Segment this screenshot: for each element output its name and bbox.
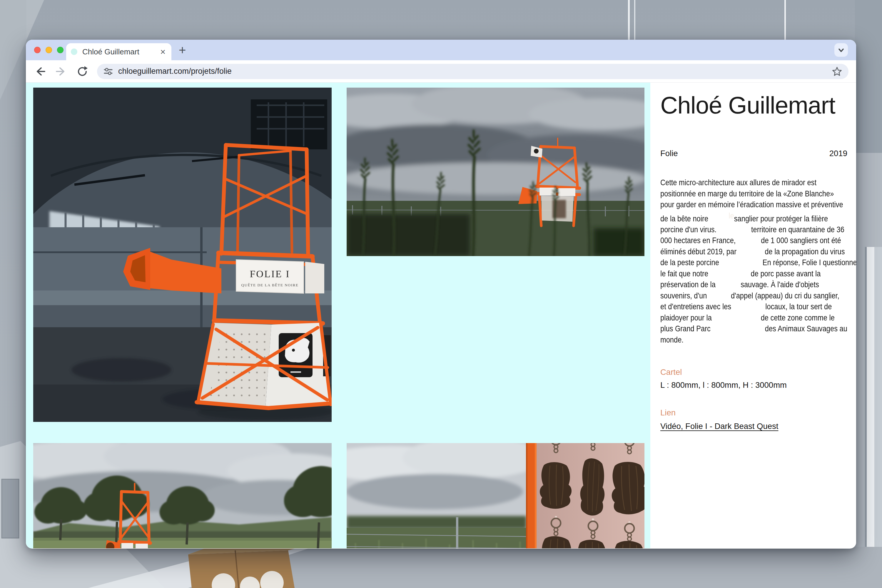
reload-button[interactable] — [76, 65, 89, 78]
description-line: souvenirs, d'und'appel (appeau) du cri d… — [660, 290, 821, 302]
description-line: éliminés début 2019, parde la propagatio… — [660, 246, 821, 257]
project-link-row: Vidéo, Folie I - Dark Beast Quest — [660, 422, 847, 431]
description-line: plus Grand Parcdes Animaux Sauvages au — [660, 323, 821, 334]
description-line: de la bête noirelesanglier pour protéger… — [660, 210, 821, 224]
tab-close-icon[interactable]: × — [159, 47, 167, 57]
tower-sign-subtitle: QUÊTE DE LA BÊTE NOIRE — [242, 283, 299, 287]
forward-arrow-icon — [55, 65, 68, 78]
site-info-icon[interactable] — [104, 67, 113, 76]
project-description: Cette micro-architecture aux allures de … — [660, 177, 847, 345]
back-arrow-icon — [33, 65, 46, 78]
browser-tab[interactable]: Chloé Guillemart × — [66, 43, 171, 60]
forward-button[interactable] — [55, 65, 68, 78]
description-line: le fait que notrede porc passe avant la — [660, 268, 821, 279]
tower-sign-title: FOLIE I — [250, 268, 290, 279]
description-line: Cette micro-architecture aux allures de … — [660, 177, 821, 188]
site-favicon-icon — [71, 48, 77, 55]
warehouse-photo-illustration: FOLIE I QUÊTE DE LA BÊTE NOIRE — [33, 88, 332, 422]
lien-label: Lien — [660, 408, 847, 417]
reload-icon — [76, 65, 89, 78]
page-title: Chloé Guillemart — [660, 93, 847, 118]
photo-fur-keychains[interactable] — [346, 443, 645, 548]
tab-search-button[interactable] — [834, 43, 848, 57]
description-line: 000 hectares en France,de 1 000 sanglier… — [660, 235, 821, 246]
project-name: Folie — [660, 149, 678, 158]
hidden-word-gap: le — [708, 210, 734, 221]
new-tab-button[interactable]: + — [179, 43, 186, 57]
photo-tower-warehouse[interactable]: FOLIE I QUÊTE DE LA BÊTE NOIRE — [33, 88, 332, 422]
description-line: plaidoyer pour lade cette zone comme le — [660, 312, 821, 323]
description-line: pour garder en mémoire l’éradication mas… — [660, 199, 821, 210]
description-line: positionnée en marge du territoire de la… — [660, 188, 821, 200]
project-video-link[interactable]: Vidéo, Folie I - Dark Beast Quest — [660, 422, 778, 431]
chevron-down-icon — [836, 45, 846, 55]
project-meta: Folie 2019 — [660, 149, 847, 158]
cardboard-box — [188, 546, 306, 588]
road-photo-illustration — [33, 443, 332, 548]
tab-strip: Chloé Guillemart × + — [26, 40, 856, 60]
zoom-window-button[interactable] — [57, 47, 63, 53]
tab-title: Chloé Guillemart — [82, 47, 159, 57]
project-info-panel: Chloé Guillemart Folie 2019 Cette micro-… — [650, 82, 856, 548]
description-line: monde. — [660, 334, 821, 345]
address-bar[interactable]: chloeguillemart.com/projets/folie — [97, 64, 849, 79]
keychains-photo-illustration — [346, 443, 645, 548]
minimize-window-button[interactable] — [46, 47, 52, 53]
cartel-value: L : 800mm, l : 800mm, H : 3000mm — [660, 380, 847, 390]
page-content: FOLIE I QUÊTE DE LA BÊTE NOIRE — [26, 82, 856, 548]
description-line: et d'entretiens avec leslocaux, la tour … — [660, 301, 821, 312]
description-line: de la peste porcineEn réponse, Folie I q… — [660, 257, 821, 268]
description-line: porcine d'un virus.territoire en quarant… — [660, 224, 821, 235]
window-controls — [34, 47, 63, 53]
url-text: chloeguillemart.com/projets/folie — [118, 67, 232, 76]
close-window-button[interactable] — [34, 47, 40, 53]
description-line: préservation de lasauvage. À l'aide d'ob… — [660, 279, 821, 290]
wheatfield-photo-illustration — [346, 88, 645, 256]
photo-tower-wheatfield[interactable] — [346, 88, 645, 256]
back-button[interactable] — [33, 65, 46, 78]
cartel-label: Cartel — [660, 368, 847, 377]
bookmark-star-icon[interactable] — [832, 66, 842, 76]
photo-tower-road[interactable] — [33, 443, 332, 548]
browser-toolbar: chloeguillemart.com/projets/folie — [26, 60, 856, 82]
browser-window: Chloé Guillemart × + — [26, 40, 856, 549]
project-year: 2019 — [830, 149, 847, 158]
project-gallery: FOLIE I QUÊTE DE LA BÊTE NOIRE — [26, 82, 650, 548]
